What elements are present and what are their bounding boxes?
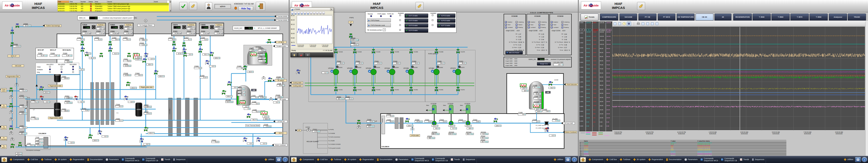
window-button[interactable]: [855, 157, 861, 162]
tool-pause[interactable]: [627, 22, 631, 26]
ads-check[interactable]: [72, 66, 74, 67]
trend-tool-icon[interactable]: [294, 11, 297, 14]
taskbar-item-cold-box[interactable]: Cold box: [26, 156, 40, 163]
taskbar-item-sequences[interactable]: Sequences: [172, 156, 187, 163]
tab-t-3560[interactable]: T 3560: [771, 13, 790, 21]
vlp-available-check[interactable]: [399, 19, 401, 21]
window-button[interactable]: [565, 157, 571, 162]
valve-CV2343[interactable]: [296, 70, 300, 74]
taskbar-item-parameters[interactable]: Parameters: [394, 156, 410, 163]
vlp-available-check[interactable]: [432, 19, 433, 21]
info-button[interactable]: i: [862, 157, 867, 162]
trend-tool-icon[interactable]: [301, 11, 303, 14]
taskbar-item-trends[interactable]: Trends: [450, 156, 461, 163]
taskbar-item-turbines[interactable]: Turbines: [329, 156, 343, 163]
axis-label-%[interactable]: %: [586, 29, 591, 31]
vlp-available-check[interactable]: [399, 15, 401, 16]
ads-check[interactable]: [72, 69, 74, 70]
taskbar-item-utilities[interactable]: Utilities: [553, 156, 565, 163]
button-vlp3-enable[interactable]: ✔VLP3 Enable: [405, 23, 428, 28]
info-button[interactable]: i: [571, 157, 577, 162]
button-vlp4-enable[interactable]: ✔VLP4 Enable: [405, 28, 428, 32]
ads-check[interactable]: [49, 69, 51, 70]
trend-tool-icon[interactable]: [313, 11, 315, 14]
setpoint-s1100-value[interactable]: 75.00: [245, 27, 253, 30]
tab-pt-wcs[interactable]: PT WCS: [658, 13, 675, 21]
tool-exp[interactable]: [641, 22, 645, 26]
taskbar-item-regeneration[interactable]: Regeneration: [358, 156, 375, 163]
taskbar-item-cold-box[interactable]: Cold box: [316, 156, 330, 163]
taskbar-item-2k-system[interactable]: 2K system: [53, 156, 68, 163]
trend-tool-icon[interactable]: [316, 11, 318, 14]
ads-check[interactable]: [49, 71, 51, 73]
tab-vacuum[interactable]: VACUUM: [620, 13, 637, 21]
home-button[interactable]: [291, 157, 297, 162]
valve-XV4500[interactable]: [9, 88, 13, 92]
taskbar-item-commands-sequences-cb[interactable]: Commands Sequences CB: [141, 156, 160, 163]
button-vlp6-enable[interactable]: ✔VLP6 Enable: [437, 19, 455, 23]
valve-XV4504[interactable]: [16, 24, 19, 28]
home-button[interactable]: [1, 157, 7, 162]
axis-label-%-bis[interactable]: % bis: [600, 29, 604, 31]
tab-t-3530[interactable]: T 3530: [752, 13, 771, 21]
taskbar-item-turbines[interactable]: Turbines: [618, 156, 632, 163]
valve-XV4299[interactable]: [9, 126, 13, 130]
ads-check[interactable]: [61, 69, 62, 70]
ads-check[interactable]: [72, 71, 74, 73]
valve-XV4305[interactable]: [11, 138, 14, 141]
axis-label-P-bis[interactable]: P bis: [607, 29, 611, 31]
trend-tool-icon[interactable]: [310, 11, 312, 14]
gear-icon[interactable]: [305, 53, 311, 57]
valve-CV3500[interactable]: [40, 86, 43, 91]
axis-label-Speed[interactable]: Speed: [593, 29, 598, 31]
taskbar-item-utilities[interactable]: Utilities: [843, 156, 855, 163]
taskbar-item-commands-sequences-cb[interactable]: Commands Sequences CB: [430, 156, 450, 163]
button-vlp7-enable[interactable]: ✔VLP7 Enable: [437, 23, 455, 28]
tool-mark[interactable]: [650, 22, 654, 26]
pvps-remote-local-button[interactable]: PVPS Remote Local: [367, 23, 391, 27]
surge-ccs-button[interactable]: Surge CCs: [537, 62, 551, 65]
button-vlp2-enable[interactable]: ✔VLP2 Enable: [405, 19, 428, 23]
valve-CV3510[interactable]: [40, 96, 43, 100]
taskbar-item-compressors[interactable]: Compressors: [587, 156, 605, 163]
tool-cur[interactable]: [646, 22, 650, 26]
close-icon[interactable]: ✕: [330, 8, 333, 11]
tab-trends[interactable]: Trends: [581, 13, 598, 21]
pvps-reset-button[interactable]: PVPS Reset: [367, 19, 391, 22]
taskbar-item-2k-system[interactable]: 2K system: [343, 156, 358, 163]
trend-tool-icon[interactable]: [322, 11, 325, 14]
nb-pumps-field[interactable]: 7: [383, 28, 386, 31]
valve-XV4296[interactable]: [357, 126, 360, 129]
taskbar-item-sequences[interactable]: Sequences: [750, 156, 766, 163]
tab-cb-temperature[interactable]: CB TEMPERATURE: [677, 13, 694, 21]
trend-tool-icon[interactable]: [298, 11, 300, 14]
taskbar-item-commands-sequences-cb[interactable]: Commands Sequences CB: [720, 156, 739, 163]
taskbar-item-parameters[interactable]: Parameters: [683, 156, 699, 163]
button-vlp5-enable[interactable]: ✔VLP5 Enable: [437, 13, 455, 18]
tab-t-3570[interactable]: T 3570: [790, 13, 809, 21]
tab-2k[interactable]: 2K: [714, 13, 732, 21]
button-vlp1-enable[interactable]: ✔VLP1 Enable: [405, 13, 428, 18]
window-button[interactable]: [276, 157, 282, 162]
vlp-available-check[interactable]: [399, 29, 401, 31]
vlp-available-check[interactable]: [399, 24, 401, 26]
home-icon[interactable]: [291, 53, 297, 57]
taskbar-item-documentation[interactable]: Documentation: [665, 156, 683, 163]
taskbar-item-sequences[interactable]: Sequences: [461, 156, 477, 163]
setpoint-s500-value[interactable]: 4.8: [89, 17, 98, 19]
taskbar-item-documentation[interactable]: Documentation: [375, 156, 394, 163]
taskbar-item-commands-sequences-wcs[interactable]: Commands Sequences WCS: [699, 156, 720, 163]
taskbar-item-commands-sequences-wcs[interactable]: Commands Sequences WCS: [410, 156, 431, 163]
taskbar-item-commands-sequences-wcs[interactable]: Commands Sequences WCS: [120, 156, 141, 163]
ads-check[interactable]: [49, 66, 51, 67]
valve-EV4510[interactable]: [307, 129, 310, 131]
tool-grid[interactable]: [613, 22, 617, 26]
taskbar-item-regeneration[interactable]: Regeneration: [647, 156, 665, 163]
tool-sep[interactable]: [631, 22, 636, 26]
valve-EV4309[interactable]: [19, 142, 22, 146]
tab-pt-cb[interactable]: PT CB: [639, 13, 656, 21]
tab-regeneration[interactable]: REGENERATION: [733, 13, 752, 21]
tab-compressors[interactable]: COMPRESSORS: [600, 13, 618, 21]
alarm-horn-button[interactable]: [637, 2, 645, 10]
trend-tool-icon[interactable]: [291, 11, 293, 14]
